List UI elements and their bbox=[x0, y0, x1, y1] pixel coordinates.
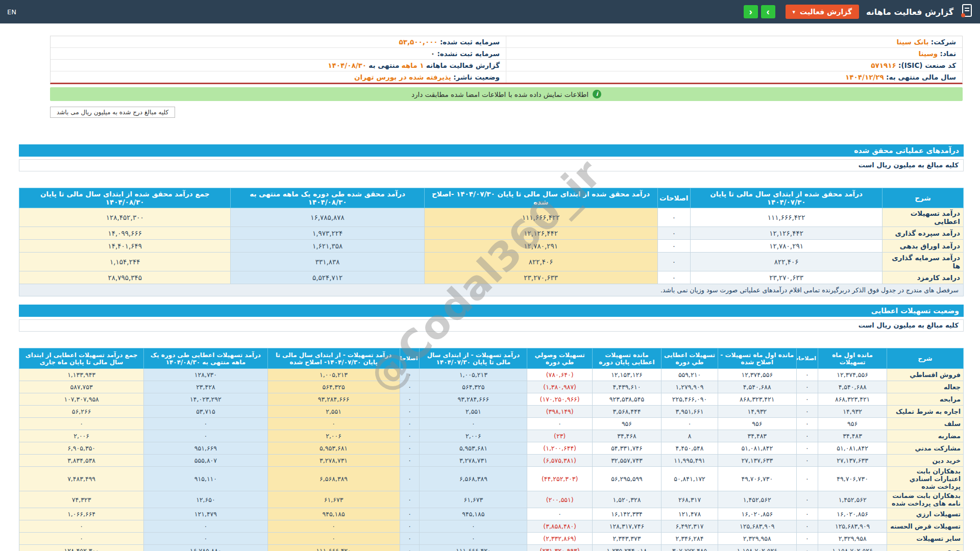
value-cell: ۰ bbox=[400, 406, 420, 418]
value-cell: ۲,۵۵۱ bbox=[267, 406, 400, 418]
value-cell: ۹۵۶ bbox=[718, 418, 797, 430]
value-cell: (۷۸۰,۶۴۰) bbox=[527, 369, 593, 381]
value-cell: ۳۴,۴۸۳ bbox=[718, 430, 797, 442]
operating-revenues-table: شرح درآمد محقق شده از ابتدای سال مالی تا… bbox=[19, 188, 964, 284]
value-cell: ۵۸۷,۷۵۳ bbox=[19, 381, 144, 393]
info-isic: کد صنعت (ISIC): ۵۷۱۹۱۶ bbox=[506, 60, 962, 71]
row-label: درآمد اوراق بدهی bbox=[882, 240, 963, 253]
value-c ell: ۱,۲۳۵,۲۴۴,۰۱۸ bbox=[592, 545, 661, 551]
value-cell: ۳۰۷,۷۷۲,۴۸۵ bbox=[662, 545, 718, 551]
value-cell: ۴۹,۷۰۶,۷۳۰ bbox=[718, 467, 797, 491]
col-header: مانده تسهیلات اعطایی پایان دوره bbox=[592, 348, 661, 369]
value-cell: ۲۲۵,۴۶۶,۰۹۰ bbox=[662, 393, 718, 406]
info-symbol: نماد: وسينا bbox=[506, 48, 962, 59]
value-cell: ۱۲,۶۵۰ bbox=[144, 491, 267, 508]
value-cell: ۶,۵۶۸,۳۸۹ bbox=[420, 467, 527, 491]
value-cell: ۰ bbox=[267, 418, 400, 430]
value-cell: ۱۶,۷۸۵,۸۷۸ bbox=[231, 208, 424, 227]
value-cell: ۲,۰۰۶ bbox=[420, 430, 527, 442]
value-cell: (۲,۳۳۲,۸۶۹) bbox=[527, 533, 593, 545]
company-link[interactable]: بانک سینا bbox=[896, 38, 928, 46]
value-cell: ۲,۰۰۶ bbox=[19, 430, 144, 442]
value-cell: ۰ bbox=[796, 418, 818, 430]
value-cell: ۰ bbox=[400, 455, 420, 467]
value-cell: ۶,۹۰۵,۳۵۰ bbox=[19, 442, 144, 455]
info-fiscal-year: سال مالی منتهی به: ۱۴۰۴/۱۲/۲۹ bbox=[506, 71, 962, 83]
value-cell: ۳,۲۷۸,۷۳۱ bbox=[267, 455, 400, 467]
col-header: تسهیلات اعطایی طي دوره bbox=[662, 348, 718, 369]
value-cell: ۲۳,۴۲۸ bbox=[144, 381, 267, 393]
value-cell: ۹۵۶ bbox=[818, 418, 887, 430]
value-cell: ۰ bbox=[400, 467, 420, 491]
value-cell: ۴,۵۴۰,۶۸۸ bbox=[818, 381, 887, 393]
value-cell: ۱۴,۴۰۱,۶۴۹ bbox=[19, 240, 231, 253]
value-cell: ۵,۵۲۴,۷۱۲ bbox=[231, 271, 424, 284]
row-label: سلف bbox=[887, 418, 964, 430]
value-cell: ۱۶,۰۲۰,۸۵۶ bbox=[718, 508, 797, 520]
value-cell: ۱۲,۷۸۰,۲۹۱ bbox=[691, 240, 883, 253]
company-label: شرکت: bbox=[931, 38, 956, 46]
units-text: کلیه مبالغ به میلیون ریال است bbox=[859, 161, 959, 169]
value-cell: ۵۰,۸۴۱,۱۷۲ bbox=[662, 467, 718, 491]
value-c ell: ۳۲,۵۵۷,۷۴۳ bbox=[592, 455, 661, 467]
value-cell: ۱۲۸,۴۵۲,۳۰۰ bbox=[19, 208, 231, 227]
value-cell: ۸۶۸,۳۲۳,۴۲۱ bbox=[718, 393, 797, 406]
value-cell: ۱۴,۹۳۲ bbox=[718, 406, 797, 418]
value-cell: ۰ bbox=[420, 520, 527, 533]
codal-monthly-activity-report-page: گزارش فعالیت ماهانه گزارش فعالیت ▾ › ‹ E… bbox=[0, 0, 980, 551]
value-cell: ۵,۹۵۳,۶۸۱ bbox=[267, 442, 400, 455]
language-toggle[interactable]: EN bbox=[7, 8, 16, 16]
row-label: بدهکاران بابت اعتبارات اسنادي پرداخت شده bbox=[887, 467, 964, 491]
report-type-dropdown[interactable]: گزارش فعالیت ▾ bbox=[786, 5, 860, 19]
section-title: وضعیت تسهیلات اعطایی bbox=[871, 307, 959, 315]
value-cell: ۱۲,۳۷۴,۵۵۶ bbox=[718, 369, 797, 381]
value-cell: ۱۲۱,۴۷۸ bbox=[662, 508, 718, 520]
value-cell: (۳,۸۵۸,۴۸۰) bbox=[527, 520, 593, 533]
value-cell: ۲,۳۲۹,۹۵۸ bbox=[818, 533, 887, 545]
value-cell: ۵۶,۲۶۶ bbox=[19, 406, 144, 418]
issuer-status-value: پذیرفته شده در بورس تهران bbox=[354, 73, 451, 81]
amounts-note-wrap: کلیه مبالغ درج شده به میلیون ریال می باش… bbox=[50, 107, 963, 118]
value-cell: ۱,۱۳۳,۹۴۳ bbox=[19, 369, 144, 381]
row-label: مشارکت مدني bbox=[887, 442, 964, 455]
value-cell: ۰ bbox=[796, 533, 818, 545]
unregistered-capital-label: سرمایه ثبت نشده: bbox=[437, 49, 500, 58]
next-report-button[interactable]: › bbox=[761, 5, 775, 18]
row-label: درآمد سپرده گذاری bbox=[882, 227, 963, 240]
loans-status-table: شرح مانده اول ماه تسهیلات اصلاحات مانده … bbox=[19, 348, 964, 551]
value-cell: ۰ bbox=[796, 442, 818, 455]
loans-table-row: اجاره به شرط تملیک ۱۴,۹۳۲ ۰ ۱۴,۹۳۲ ۳,۹۵۱… bbox=[19, 406, 964, 418]
value-cell: ۹۴۵,۱۸۵ bbox=[267, 508, 400, 520]
value-cell: ۱۲۱,۴۷۹ bbox=[144, 508, 267, 520]
fiscal-year-value: ۱۴۰۴/۱۲/۲۹ bbox=[845, 73, 884, 81]
signed-data-banner: i اطلاعات نمایش داده شده با اطلاعات امضا… bbox=[50, 87, 963, 101]
row-label: درامد کارمزد bbox=[882, 271, 963, 284]
value-cell: ۶,۴۹۲,۳۱۷ bbox=[662, 520, 718, 533]
units-text: کلیه مبالغ به میلیون ریال است bbox=[859, 321, 959, 329]
period-label: گزارش فعالیت ماهانه bbox=[426, 61, 500, 69]
value-cell: ۱,۲۷۹,۹۰۹ bbox=[662, 381, 718, 393]
value-cell: ۱۴,۰۲۳,۲۹۲ bbox=[144, 393, 267, 406]
value-cell: ۰ bbox=[400, 545, 420, 551]
value-cell: ۳,۹۵۱,۶۶۱ bbox=[662, 406, 718, 418]
row-label: سایر تسهیلات bbox=[887, 533, 964, 545]
value-cell: ۰ bbox=[527, 508, 593, 520]
value-cell: ۲,۰۰۶ bbox=[267, 430, 400, 442]
value-cell: ۰ bbox=[144, 533, 267, 545]
row-label: فروش اقساطي bbox=[887, 369, 964, 381]
value-c ell: ۵۴,۳۳۱,۷۴۶ bbox=[592, 442, 661, 455]
value-cell: ۸۲۲,۴۰۶ bbox=[424, 253, 657, 271]
value-cell: ۲,۳۲۹,۹۵۸ bbox=[718, 533, 797, 545]
loans-table-row: جمع ۱,۱۵۸,۷۰۲,۵۲۶ ۰ ۱,۱۵۸,۷۰۲,۵۲۶ ۳۰۷,۷۷… bbox=[19, 545, 964, 551]
value-cell: ۶۱,۶۷۳ bbox=[420, 491, 527, 508]
isic-value: ۵۷۱۹۱۶ bbox=[871, 61, 896, 69]
row-label: درآمد سرمایه گذاری ها bbox=[882, 253, 963, 271]
value-cell: ۱۱,۹۹۵,۴۹۱ bbox=[662, 455, 718, 467]
col-header: اصلاحات bbox=[657, 188, 691, 208]
value-cell: ۱,۰۶۶,۶۶۴ bbox=[19, 508, 144, 520]
prev-report-button[interactable]: ‹ bbox=[744, 5, 758, 18]
col-header: شرح bbox=[887, 348, 964, 369]
value-cell: ۱,۴۵۲,۵۶۲ bbox=[718, 491, 797, 508]
revenue-table-body: درآمد تسهیلات اعطایی ۱۱۱,۶۶۶,۴۲۲ ۰ ۱۱۱,۶… bbox=[19, 208, 964, 284]
info-icon: i bbox=[593, 90, 601, 98]
